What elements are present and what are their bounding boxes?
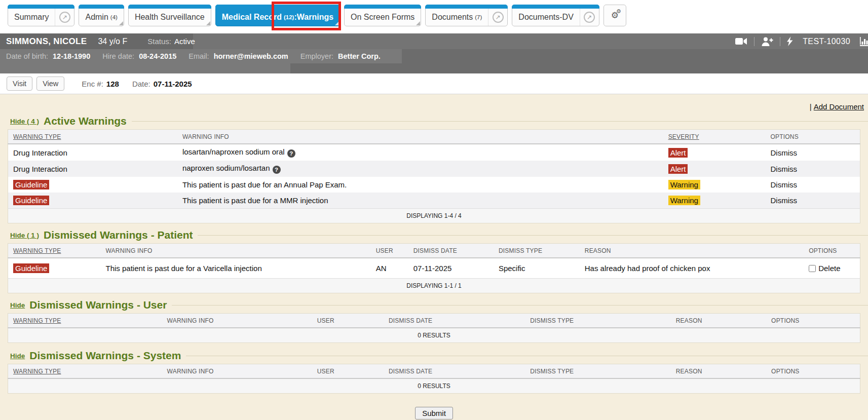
- col-warning-type[interactable]: WARNING TYPE: [8, 314, 163, 328]
- dismissed-patient-header: Hide ( 1 ) Dismissed Warnings - Patient: [10, 229, 868, 241]
- paging-status: DISPLAYING 1-1 / 1: [8, 279, 860, 293]
- hire-date-field: Hire date: 08-24-2015: [102, 52, 176, 60]
- col-options: OPTIONS: [767, 314, 860, 328]
- dismissed-system-title: Dismissed Warnings - System: [29, 350, 181, 362]
- patient-header-bar: SIMMONS, NICOLE 34 y/o F Status: Active …: [0, 33, 868, 73]
- tab-medical-record-label: Medical Record: [222, 13, 282, 22]
- delete-checkbox[interactable]: [809, 265, 816, 272]
- dob-value: 12-18-1990: [53, 52, 90, 60]
- video-camera-icon[interactable]: [735, 37, 747, 45]
- tab-documents[interactable]: Documents (7) ↗: [425, 5, 508, 26]
- tab-top-strip: [215, 5, 340, 9]
- enc-number-label: Enc #:: [82, 80, 103, 88]
- tab-bar: Summary ↗ Admin (4) Health Surveillance …: [0, 0, 868, 33]
- icon-separator: [780, 37, 780, 46]
- submit-button[interactable]: Submit: [415, 407, 453, 419]
- table-row: Guideline This patient is past due for a…: [8, 258, 860, 279]
- status-value: Active: [174, 37, 195, 46]
- col-dismiss-type: DISMISS TYPE: [526, 364, 672, 379]
- visit-button[interactable]: Visit: [7, 77, 32, 91]
- dismissed-patient-table: WARNING TYPE WARNING INFO USER DISMISS D…: [8, 243, 860, 293]
- dismissed-user-header: Hide Dismissed Warnings - User: [10, 299, 868, 311]
- tab-documents-label: Documents: [432, 13, 473, 22]
- tab-medical-record-warnings[interactable]: Medical Record (12) :Warnings: [215, 5, 340, 26]
- help-icon[interactable]: ?: [273, 166, 281, 174]
- view-button[interactable]: View: [36, 77, 64, 91]
- col-warning-info: WARNING INFO: [178, 130, 664, 144]
- table-footer-row: 0 RESULTS: [8, 328, 860, 343]
- tab-health-surveillance[interactable]: Health Surveillance: [128, 5, 211, 26]
- patient-age-sex: 34 y/o F: [98, 37, 127, 46]
- hide-active-warnings-link[interactable]: Hide ( 4 ): [10, 118, 39, 125]
- col-severity[interactable]: SEVERITY: [664, 130, 767, 144]
- settings-button[interactable]: ⚙ ⚙: [603, 5, 626, 26]
- add-person-icon[interactable]: [761, 37, 773, 46]
- patient-name: SIMMONS, NICOLE: [6, 36, 87, 47]
- section-rule: [132, 121, 868, 122]
- tab-documents-dv[interactable]: Documents-DV ↗: [512, 5, 599, 26]
- col-options: OPTIONS: [805, 244, 860, 258]
- warning-info-cell: This patient is past due for a Varicella…: [102, 258, 372, 279]
- severity-cell: Alert: [664, 144, 767, 161]
- encounter-bar: Visit View Enc #: 128 Date: 07-11-2025: [0, 73, 868, 94]
- bar-chart-icon[interactable]: [860, 37, 868, 46]
- table-row: Guideline This patient is past due for a…: [8, 193, 860, 209]
- col-user: USER: [313, 364, 385, 379]
- empty-results: 0 RESULTS: [8, 378, 860, 394]
- tab-documents-dv-popout[interactable]: ↗: [580, 9, 599, 26]
- user-cell: AN: [372, 258, 409, 279]
- dob-field: Date of birth: 12-18-1990: [6, 52, 90, 60]
- col-warning-type[interactable]: WARNING TYPE: [8, 244, 102, 258]
- tab-top-strip: [8, 5, 74, 9]
- popout-arrow-icon: ↗: [59, 12, 70, 23]
- active-warnings-table: WARNING TYPE WARNING INFO SEVERITY OPTIO…: [8, 129, 860, 223]
- tab-on-screen-forms[interactable]: On Screen Forms: [344, 5, 421, 26]
- guideline-badge: Guideline: [13, 196, 49, 205]
- icon-separator: [754, 37, 754, 46]
- hide-dismissed-user-link[interactable]: Hide: [10, 301, 25, 309]
- col-reason: REASON: [672, 314, 767, 328]
- tab-summary-popout[interactable]: ↗: [55, 9, 74, 26]
- tab-health-surveillance-label: Health Surveillance: [129, 9, 211, 26]
- dismissed-user-table: WARNING TYPE WARNING INFO USER DISMISS D…: [8, 313, 860, 343]
- warning-type-cell: Drug Interaction: [8, 161, 178, 177]
- table-row: Drug Interaction losartan/naproxen sodiu…: [8, 144, 860, 161]
- tab-summary[interactable]: Summary ↗: [8, 5, 74, 26]
- enc-date-label: Date:: [132, 80, 150, 88]
- hide-dismissed-system-link[interactable]: Hide: [10, 352, 25, 360]
- tab-admin[interactable]: Admin (4): [79, 5, 124, 26]
- dismiss-link[interactable]: Dismiss: [766, 144, 860, 161]
- col-warning-type[interactable]: WARNING TYPE: [8, 364, 163, 379]
- col-options: OPTIONS: [767, 364, 860, 379]
- tab-documents-dv-label: Documents-DV: [512, 9, 579, 26]
- tab-top-strip: [344, 5, 421, 9]
- tab-on-screen-forms-label: On Screen Forms: [345, 9, 421, 26]
- lightning-icon[interactable]: [787, 36, 793, 46]
- tab-documents-popout[interactable]: ↗: [488, 9, 507, 26]
- tab-medical-record-suffix: :Warnings: [294, 13, 333, 22]
- col-user: USER: [313, 314, 385, 328]
- add-document-link[interactable]: Add Document: [814, 102, 864, 111]
- tab-top-strip: [79, 5, 124, 9]
- help-icon[interactable]: ?: [287, 149, 295, 158]
- section-rule: [186, 356, 868, 356]
- hide-dismissed-patient-link[interactable]: Hide ( 1 ): [10, 232, 39, 239]
- col-warning-type[interactable]: WARNING TYPE: [8, 130, 178, 144]
- email-field: Email: horner@mieweb.com: [188, 52, 288, 60]
- dismiss-link[interactable]: Dismiss: [766, 193, 860, 209]
- hire-date-label: Hire date:: [102, 52, 134, 60]
- warning-type-cell: Guideline: [8, 193, 178, 209]
- dismiss-link[interactable]: Dismiss: [766, 161, 860, 177]
- reason-cell: Has already had proof of chicken pox: [581, 258, 805, 279]
- warnings-content: |Add Document Hide ( 4 ) Active Warnings…: [0, 94, 868, 420]
- tab-top-strip: [425, 5, 508, 9]
- col-reason: REASON: [581, 244, 805, 258]
- table-header-row: WARNING TYPE WARNING INFO USER DISMISS D…: [8, 314, 860, 328]
- warning-type-cell: Guideline: [8, 258, 102, 279]
- col-dismiss-date: DISMISS DATE: [385, 314, 526, 328]
- warning-info-cell: This patient is past due for a MMR injec…: [178, 193, 664, 209]
- add-document-separator: |: [810, 102, 812, 111]
- dismiss-link[interactable]: Dismiss: [766, 177, 860, 193]
- section-rule: [172, 305, 868, 306]
- table-footer-row: 0 RESULTS: [8, 378, 860, 394]
